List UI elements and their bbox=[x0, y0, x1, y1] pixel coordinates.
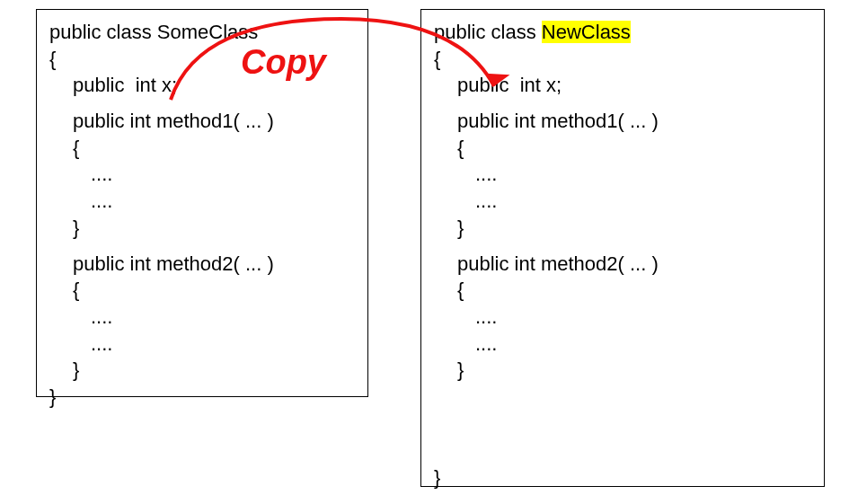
method1-body: .... bbox=[434, 188, 811, 215]
method1-close: } bbox=[49, 215, 355, 242]
method1-close: } bbox=[434, 215, 811, 242]
method2-close: } bbox=[49, 357, 355, 384]
field-decl: public int x; bbox=[434, 72, 811, 99]
method2-close: } bbox=[434, 357, 811, 384]
close-brace: } bbox=[434, 464, 811, 491]
decl-prefix: public class bbox=[49, 21, 157, 43]
method1-open: { bbox=[434, 135, 811, 162]
method2-body: .... bbox=[49, 304, 355, 331]
class-name-highlighted: NewClass bbox=[542, 21, 631, 43]
method2-sig: public int method2( ... ) bbox=[49, 251, 355, 278]
method2-open: { bbox=[49, 277, 355, 304]
target-class-box: public class NewClass { public int x; pu… bbox=[420, 9, 825, 487]
method1-body: .... bbox=[49, 188, 355, 215]
method2-body: .... bbox=[434, 304, 811, 331]
method1-body: .... bbox=[434, 161, 811, 188]
method2-body: .... bbox=[434, 331, 811, 358]
class-declaration: public class SomeClass bbox=[49, 19, 355, 46]
copy-label: Copy bbox=[241, 43, 326, 82]
method2-open: { bbox=[434, 277, 811, 304]
method1-sig: public int method1( ... ) bbox=[49, 108, 355, 135]
class-name: SomeClass bbox=[157, 21, 258, 43]
decl-prefix: public class bbox=[434, 21, 542, 43]
method1-sig: public int method1( ... ) bbox=[434, 108, 811, 135]
class-declaration: public class NewClass bbox=[434, 19, 811, 46]
method1-open: { bbox=[49, 135, 355, 162]
method1-body: .... bbox=[49, 161, 355, 188]
close-brace: } bbox=[49, 384, 355, 411]
method2-sig: public int method2( ... ) bbox=[434, 251, 811, 278]
method2-body: .... bbox=[49, 331, 355, 358]
open-brace: { bbox=[434, 46, 811, 73]
